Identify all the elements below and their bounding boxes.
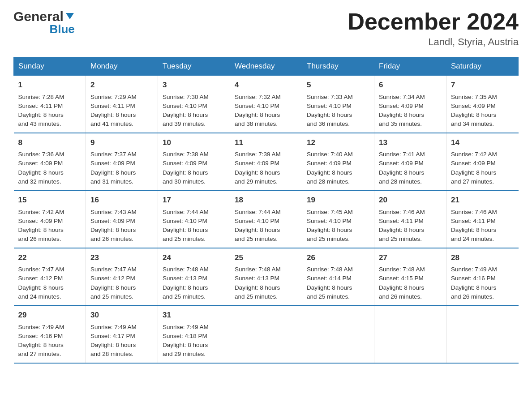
calendar-cell <box>374 305 446 363</box>
logo-general-text: General <box>13 9 64 24</box>
calendar-cell <box>230 305 302 363</box>
calendar-cell: 18Sunrise: 7:44 AMSunset: 4:10 PMDayligh… <box>230 190 302 248</box>
col-tuesday: Tuesday <box>158 57 230 76</box>
calendar-cell: 13Sunrise: 7:41 AMSunset: 4:09 PMDayligh… <box>374 133 446 191</box>
day-number: 9 <box>90 137 153 149</box>
calendar-cell: 6Sunrise: 7:34 AMSunset: 4:09 PMDaylight… <box>374 76 446 133</box>
calendar-week-2: 8Sunrise: 7:36 AMSunset: 4:09 PMDaylight… <box>14 133 519 191</box>
calendar-week-4: 22Sunrise: 7:47 AMSunset: 4:12 PMDayligh… <box>14 248 519 306</box>
calendar-cell: 1Sunrise: 7:28 AMSunset: 4:11 PMDaylight… <box>14 76 86 133</box>
calendar-cell: 22Sunrise: 7:47 AMSunset: 4:12 PMDayligh… <box>14 248 86 306</box>
calendar-cell: 16Sunrise: 7:43 AMSunset: 4:09 PMDayligh… <box>86 190 158 248</box>
day-number: 3 <box>163 79 225 91</box>
day-number: 16 <box>90 194 153 206</box>
day-number: 13 <box>379 137 442 149</box>
calendar-cell: 26Sunrise: 7:48 AMSunset: 4:14 PMDayligh… <box>302 248 374 306</box>
page-header: General Blue December 2024 Landl, Styria… <box>13 9 519 48</box>
calendar-cell: 29Sunrise: 7:49 AMSunset: 4:16 PMDayligh… <box>14 305 86 363</box>
day-number: 20 <box>379 194 442 206</box>
day-number: 25 <box>235 252 297 264</box>
day-number: 19 <box>307 194 369 206</box>
col-sunday: Sunday <box>14 57 86 76</box>
day-number: 30 <box>90 309 153 321</box>
calendar-cell: 21Sunrise: 7:46 AMSunset: 4:11 PMDayligh… <box>446 190 519 248</box>
day-number: 27 <box>379 252 442 264</box>
col-monday: Monday <box>86 57 158 76</box>
calendar-cell: 9Sunrise: 7:37 AMSunset: 4:09 PMDaylight… <box>86 133 158 191</box>
calendar-cell: 14Sunrise: 7:42 AMSunset: 4:09 PMDayligh… <box>446 133 519 191</box>
day-number: 6 <box>379 79 442 91</box>
calendar-cell: 28Sunrise: 7:49 AMSunset: 4:16 PMDayligh… <box>446 248 519 306</box>
day-number: 10 <box>163 137 225 149</box>
calendar-cell: 12Sunrise: 7:40 AMSunset: 4:09 PMDayligh… <box>302 133 374 191</box>
calendar-cell: 27Sunrise: 7:48 AMSunset: 4:15 PMDayligh… <box>374 248 446 306</box>
calendar-cell: 15Sunrise: 7:42 AMSunset: 4:09 PMDayligh… <box>14 190 86 248</box>
calendar-cell: 31Sunrise: 7:49 AMSunset: 4:18 PMDayligh… <box>158 305 230 363</box>
logo-blue-text: Blue <box>13 22 75 36</box>
calendar-week-1: 1Sunrise: 7:28 AMSunset: 4:11 PMDaylight… <box>14 76 519 133</box>
day-number: 28 <box>451 252 514 264</box>
logo-line1: General <box>13 9 75 24</box>
col-friday: Friday <box>374 57 446 76</box>
calendar-cell: 7Sunrise: 7:35 AMSunset: 4:09 PMDaylight… <box>446 76 519 133</box>
day-number: 29 <box>18 309 82 321</box>
calendar-cell: 23Sunrise: 7:47 AMSunset: 4:12 PMDayligh… <box>86 248 158 306</box>
calendar-cell: 8Sunrise: 7:36 AMSunset: 4:09 PMDaylight… <box>14 133 86 191</box>
day-number: 18 <box>235 194 297 206</box>
day-number: 12 <box>307 137 369 149</box>
calendar-header-row: Sunday Monday Tuesday Wednesday Thursday… <box>14 57 519 76</box>
day-number: 23 <box>90 252 153 264</box>
day-number: 26 <box>307 252 369 264</box>
calendar-cell: 11Sunrise: 7:39 AMSunset: 4:09 PMDayligh… <box>230 133 302 191</box>
day-number: 11 <box>235 137 297 149</box>
calendar-table: Sunday Monday Tuesday Wednesday Thursday… <box>13 57 519 364</box>
calendar-cell: 5Sunrise: 7:33 AMSunset: 4:10 PMDaylight… <box>302 76 374 133</box>
location-text: Landl, Styria, Austria <box>348 36 519 48</box>
day-number: 22 <box>18 252 82 264</box>
calendar-cell: 20Sunrise: 7:46 AMSunset: 4:11 PMDayligh… <box>374 190 446 248</box>
day-number: 17 <box>163 194 225 206</box>
logo: General Blue <box>13 9 75 36</box>
day-number: 24 <box>163 252 225 264</box>
day-number: 31 <box>163 309 225 321</box>
col-saturday: Saturday <box>446 57 519 76</box>
calendar-week-5: 29Sunrise: 7:49 AMSunset: 4:16 PMDayligh… <box>14 305 519 363</box>
title-area: December 2024 Landl, Styria, Austria <box>348 9 519 48</box>
day-number: 4 <box>235 79 297 91</box>
day-number: 5 <box>307 79 369 91</box>
calendar-cell: 25Sunrise: 7:48 AMSunset: 4:13 PMDayligh… <box>230 248 302 306</box>
day-number: 21 <box>451 194 514 206</box>
calendar-cell: 24Sunrise: 7:48 AMSunset: 4:13 PMDayligh… <box>158 248 230 306</box>
calendar-cell: 17Sunrise: 7:44 AMSunset: 4:10 PMDayligh… <box>158 190 230 248</box>
day-number: 14 <box>451 137 514 149</box>
calendar-cell: 30Sunrise: 7:49 AMSunset: 4:17 PMDayligh… <box>86 305 158 363</box>
col-wednesday: Wednesday <box>230 57 302 76</box>
calendar-cell: 10Sunrise: 7:38 AMSunset: 4:09 PMDayligh… <box>158 133 230 191</box>
calendar-cell: 19Sunrise: 7:45 AMSunset: 4:10 PMDayligh… <box>302 190 374 248</box>
calendar-cell <box>302 305 374 363</box>
svg-marker-0 <box>66 13 74 19</box>
calendar-cell <box>446 305 519 363</box>
calendar-cell: 3Sunrise: 7:30 AMSunset: 4:10 PMDaylight… <box>158 76 230 133</box>
day-number: 1 <box>18 79 82 91</box>
day-number: 8 <box>18 137 82 149</box>
day-number: 15 <box>18 194 82 206</box>
calendar-week-3: 15Sunrise: 7:42 AMSunset: 4:09 PMDayligh… <box>14 190 519 248</box>
calendar-cell: 4Sunrise: 7:32 AMSunset: 4:10 PMDaylight… <box>230 76 302 133</box>
day-number: 7 <box>451 79 514 91</box>
calendar-cell: 2Sunrise: 7:29 AMSunset: 4:11 PMDaylight… <box>86 76 158 133</box>
month-title: December 2024 <box>348 9 519 34</box>
logo-arrow-icon <box>65 9 75 24</box>
day-number: 2 <box>90 79 153 91</box>
col-thursday: Thursday <box>302 57 374 76</box>
